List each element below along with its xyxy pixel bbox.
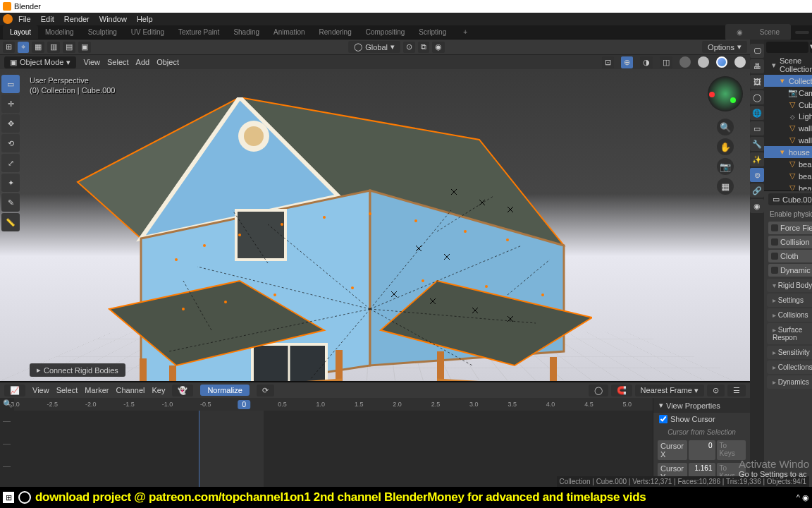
orientation-dropdown[interactable]: ◯ Global ▾ xyxy=(348,41,400,53)
object-name-box[interactable]: ▭ Cube.000 xyxy=(768,193,812,205)
menu-select[interactable]: Select xyxy=(107,58,129,66)
tab-add-button[interactable]: + xyxy=(456,25,474,39)
pivot-icon[interactable]: ⊙ xyxy=(403,42,415,53)
outliner-item[interactable]: ▽beam.001 xyxy=(764,158,812,170)
sensitivity-section[interactable]: Sensitivity xyxy=(767,346,812,359)
menu-render[interactable]: Render xyxy=(60,13,94,25)
shading-solid[interactable] xyxy=(698,56,709,68)
nav-gizmo[interactable] xyxy=(708,76,743,111)
3d-viewport[interactable]: User Perspective (0) Collection | Cube.0… xyxy=(0,69,750,381)
dynamic-paint-button[interactable]: Dynamic Pa xyxy=(768,264,812,277)
tab-output-icon[interactable]: 🖶 xyxy=(750,59,764,73)
shading-material[interactable] xyxy=(716,56,727,68)
mode-dropdown[interactable]: ▣ Object Mode ▾ xyxy=(4,56,76,68)
proportional-icon[interactable]: ◯ xyxy=(589,385,608,397)
surface-response-section[interactable]: Surface Respon xyxy=(767,323,812,344)
snap-btn-3[interactable]: ▤ xyxy=(63,42,75,53)
menu-file[interactable]: File xyxy=(14,13,35,25)
show-cursor-checkbox[interactable] xyxy=(659,415,668,423)
filter-icon[interactable]: ☰ xyxy=(727,385,746,397)
windows-start-icon[interactable]: ⊞ xyxy=(3,492,14,503)
snap-toggle[interactable]: ⧉ xyxy=(418,42,429,53)
rotate-tool[interactable]: ⟲ xyxy=(1,134,20,152)
timeline-marker[interactable]: Marker xyxy=(85,386,109,394)
tab-constraint-icon[interactable]: 🔗 xyxy=(750,183,764,198)
timeline-view[interactable]: View xyxy=(32,386,49,394)
outliner-root[interactable]: ▾Scene Collection xyxy=(764,55,812,75)
measure-tool[interactable]: 📏 xyxy=(1,213,20,231)
collisions-section[interactable]: Collisions xyxy=(767,308,812,322)
menu-add[interactable]: Add xyxy=(136,58,150,66)
overlay-toggle[interactable]: ◑ xyxy=(640,56,653,68)
view-properties-header[interactable]: ▾ View Properties xyxy=(653,398,750,413)
shading-wireframe[interactable] xyxy=(679,56,691,68)
pan-gizmo-icon[interactable]: ✋ xyxy=(717,138,734,155)
tab-animation[interactable]: Animation xyxy=(266,25,312,39)
to-keys-x[interactable]: To Keys xyxy=(717,440,746,460)
outliner-item[interactable]: ▽wall.025 xyxy=(764,134,812,146)
tab-object-icon[interactable]: ▭ xyxy=(750,121,764,135)
scene-selector[interactable]: ◉ Scene xyxy=(725,24,791,40)
options-dropdown[interactable]: Options ▾ xyxy=(702,41,747,53)
snap-btn-1[interactable]: ▦ xyxy=(32,42,44,53)
zoom-gizmo-icon[interactable]: 🔍 xyxy=(717,119,734,135)
cursor-x-field[interactable]: Cursor X xyxy=(658,440,687,460)
snap-btn-2[interactable]: ▥ xyxy=(47,42,60,53)
taskbar-tray[interactable]: ^ ◉ xyxy=(796,493,809,502)
timeline-select[interactable]: Select xyxy=(56,386,78,394)
menu-object[interactable]: Object xyxy=(156,58,179,66)
collision-button[interactable]: Collision xyxy=(768,236,812,248)
tab-viewlayer-icon[interactable]: 🖼 xyxy=(750,75,764,89)
snap-icon[interactable]: 🧲 xyxy=(611,385,632,397)
selectability-icon[interactable]: ⊡ xyxy=(602,56,614,68)
tab-scene-icon[interactable]: ◯ xyxy=(750,90,764,104)
menu-edit[interactable]: Edit xyxy=(37,13,59,25)
collections-section[interactable]: Collections xyxy=(767,361,812,374)
cortana-icon[interactable] xyxy=(18,491,31,504)
editor-type-icon[interactable]: ⊞ xyxy=(3,42,15,53)
timeline-tracks[interactable]: — — — xyxy=(0,411,653,487)
tab-uv-editing[interactable]: UV Editing xyxy=(124,25,171,39)
tab-layout[interactable]: Layout xyxy=(3,25,38,39)
outliner-item[interactable]: ☼Light xyxy=(764,111,812,122)
tab-modifier-icon[interactable]: 🔧 xyxy=(750,137,764,151)
tab-scripting[interactable]: Scripting xyxy=(412,25,453,39)
tab-particle-icon[interactable]: ✨ xyxy=(750,152,764,167)
menu-help[interactable]: Help xyxy=(133,13,157,25)
snap-btn-4[interactable]: ▣ xyxy=(78,42,91,53)
current-frame-indicator[interactable]: 0 xyxy=(238,400,250,409)
playhead[interactable] xyxy=(199,411,199,487)
transform-tool[interactable]: ✦ xyxy=(1,174,20,192)
editor-type-icon[interactable] xyxy=(766,42,808,53)
settings-section[interactable]: Settings xyxy=(767,294,812,307)
timeline-channel[interactable]: Channel xyxy=(116,386,144,394)
xray-toggle[interactable]: ◫ xyxy=(660,56,672,68)
cloth-button[interactable]: Cloth xyxy=(768,250,812,262)
tab-world-icon[interactable]: 🌐 xyxy=(750,106,764,120)
frame-ruler[interactable]: -3.0 -2.5 -2.0 -1.5 -1.0 -0.5 0 0.5 1.0 … xyxy=(14,398,653,411)
last-operation-panel[interactable]: ▸ Connect Rigid Bodies xyxy=(30,363,125,377)
timeline-key[interactable]: Key xyxy=(152,386,165,394)
dynamics-section[interactable]: Dynamics xyxy=(767,375,812,389)
ghost-icon[interactable]: 👻 xyxy=(172,385,193,397)
rigid-body-section[interactable]: Rigid Body xyxy=(767,279,812,292)
tab-texture-paint[interactable]: Texture Paint xyxy=(171,25,226,39)
menu-window[interactable]: Window xyxy=(95,13,131,25)
tab-sculpting[interactable]: Sculpting xyxy=(81,25,124,39)
tab-modeling[interactable]: Modeling xyxy=(38,25,81,39)
tab-compositing[interactable]: Compositing xyxy=(359,25,412,39)
pivot-timeline-icon[interactable]: ⊙ xyxy=(707,385,725,397)
shading-rendered[interactable] xyxy=(734,56,746,68)
outliner-item[interactable]: ▽beam.003 xyxy=(764,182,812,191)
cursor-tool[interactable]: ✛ xyxy=(1,95,20,113)
force-field-button[interactable]: Force Field xyxy=(768,222,812,234)
outliner-item[interactable]: ▽beam.002 xyxy=(764,170,812,182)
outliner-item[interactable]: ▾house xyxy=(764,146,812,158)
tab-render-icon[interactable]: 🖵 xyxy=(750,44,764,58)
auto-normalize-icon[interactable]: ⟳ xyxy=(257,385,274,397)
annotate-tool[interactable]: ✎ xyxy=(1,193,20,212)
outliner-item[interactable]: 📷Camera xyxy=(764,87,812,99)
editor-type-icon[interactable]: 📈 xyxy=(4,385,25,397)
tab-shading[interactable]: Shading xyxy=(226,25,266,39)
tab-rendering[interactable]: Rendering xyxy=(312,25,359,39)
